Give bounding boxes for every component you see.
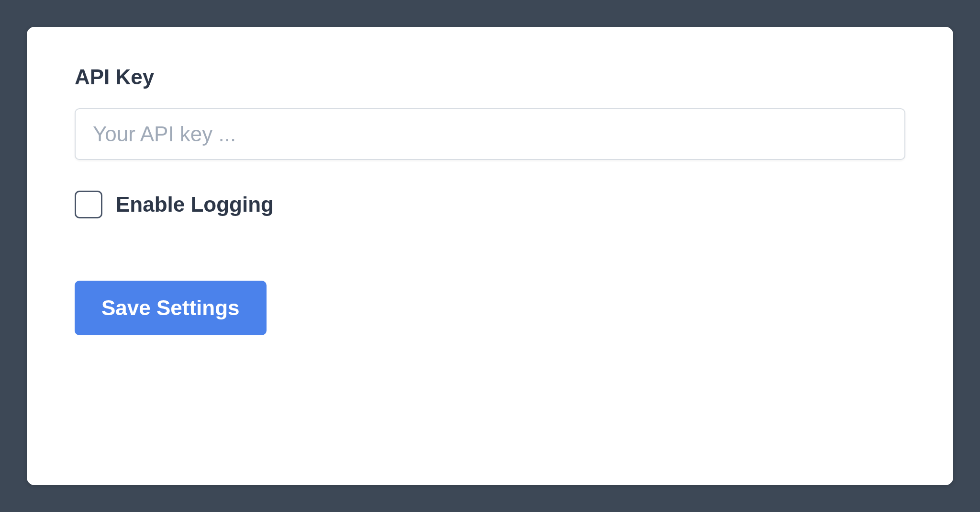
save-settings-button[interactable]: Save Settings [75,281,267,335]
api-key-label: API Key [75,65,905,89]
enable-logging-checkbox[interactable] [75,191,102,218]
enable-logging-row: Enable Logging [75,191,905,218]
api-key-input[interactable] [75,108,905,160]
settings-panel: API Key Enable Logging Save Settings [27,27,953,485]
enable-logging-label: Enable Logging [116,193,274,216]
